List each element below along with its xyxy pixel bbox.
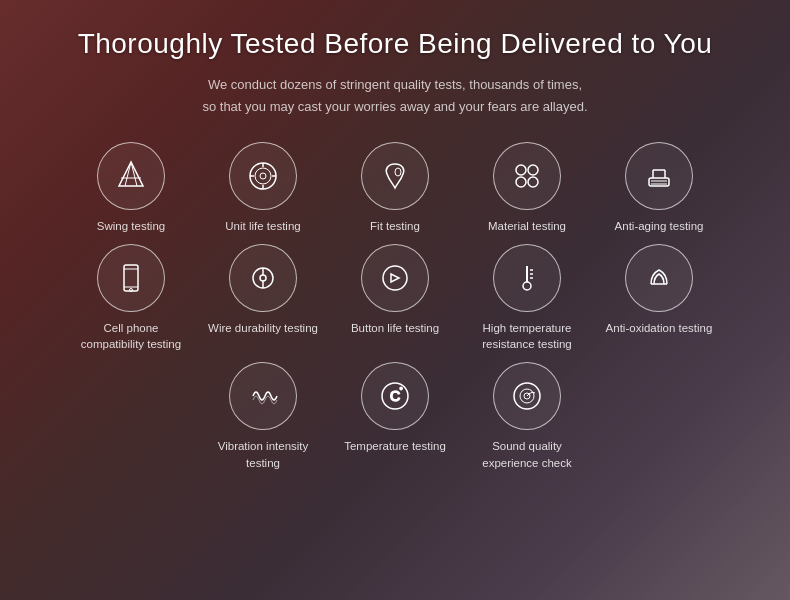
svg-rect-16 [649, 178, 669, 186]
fit-testing-icon [361, 142, 429, 210]
wire-durability-testing-item: Wire durability testing [203, 244, 323, 352]
wire-durability-testing-icon [229, 244, 297, 312]
svg-point-27 [260, 275, 266, 281]
temperature-testing-icon: C ° [361, 362, 429, 430]
unit-life-testing-icon [229, 142, 297, 210]
sound-quality-testing-label: Sound quality experience check [467, 438, 587, 470]
sound-quality-testing-icon [493, 362, 561, 430]
wire-durability-testing-label: Wire durability testing [208, 320, 318, 336]
svg-point-14 [516, 177, 526, 187]
svg-point-11 [395, 168, 401, 176]
svg-point-30 [383, 266, 407, 290]
main-title: Thoroughly Tested Before Being Delivered… [20, 28, 770, 60]
anti-oxidation-testing-label: Anti-oxidation testing [606, 320, 713, 336]
material-testing-item: Material testing [467, 142, 587, 234]
button-life-testing-icon [361, 244, 429, 312]
svg-text:°: ° [399, 386, 402, 395]
svg-line-2 [131, 162, 137, 186]
icons-row-3: Vibration intensity testing C ° Temperat… [203, 362, 587, 470]
subtitle: We conduct dozens of stringent quality t… [20, 74, 770, 118]
svg-point-13 [528, 165, 538, 175]
sound-quality-testing-item: Sound quality experience check [467, 362, 587, 470]
svg-line-1 [125, 162, 131, 186]
icons-grid: Swing testing Unit life testing [20, 142, 770, 470]
swing-testing-icon [97, 142, 165, 210]
vibration-testing-label: Vibration intensity testing [203, 438, 323, 470]
subtitle-line2: so that you may cast your worries away a… [202, 99, 587, 114]
fit-testing-item: Fit testing [335, 142, 455, 234]
temperature-testing-item: C ° Temperature testing [335, 362, 455, 470]
icons-row-1: Swing testing Unit life testing [71, 142, 719, 234]
swing-testing-item: Swing testing [71, 142, 191, 234]
cell-phone-testing-icon [97, 244, 165, 312]
swing-testing-label: Swing testing [97, 218, 165, 234]
button-life-testing-label: Button life testing [351, 320, 439, 336]
vibration-testing-item: Vibration intensity testing [203, 362, 323, 470]
anti-aging-testing-item: Anti-aging testing [599, 142, 719, 234]
high-temp-testing-label: High temperature resistance testing [467, 320, 587, 352]
cell-phone-testing-item: Cell phone compatibility testing [71, 244, 191, 352]
svg-point-25 [130, 289, 133, 292]
anti-aging-testing-label: Anti-aging testing [615, 218, 704, 234]
unit-life-testing-item: Unit life testing [203, 142, 323, 234]
high-temp-testing-item: High temperature resistance testing [467, 244, 587, 352]
icons-row-2: Cell phone compatibility testing Wire du… [71, 244, 719, 352]
svg-point-12 [516, 165, 526, 175]
anti-oxidation-testing-icon [625, 244, 693, 312]
svg-point-5 [255, 168, 271, 184]
button-life-testing-item: Button life testing [335, 244, 455, 352]
anti-aging-testing-icon [625, 142, 693, 210]
svg-point-6 [260, 173, 266, 179]
vibration-testing-icon [229, 362, 297, 430]
unit-life-testing-label: Unit life testing [225, 218, 300, 234]
material-testing-icon [493, 142, 561, 210]
main-content: Thoroughly Tested Before Being Delivered… [0, 0, 790, 481]
svg-point-32 [523, 282, 531, 290]
subtitle-line1: We conduct dozens of stringent quality t… [208, 77, 582, 92]
anti-oxidation-testing-item: Anti-oxidation testing [599, 244, 719, 352]
high-temp-testing-icon [493, 244, 561, 312]
material-testing-label: Material testing [488, 218, 566, 234]
temperature-testing-label: Temperature testing [344, 438, 446, 454]
svg-marker-0 [119, 162, 143, 186]
cell-phone-testing-label: Cell phone compatibility testing [71, 320, 191, 352]
svg-point-15 [528, 177, 538, 187]
fit-testing-label: Fit testing [370, 218, 420, 234]
